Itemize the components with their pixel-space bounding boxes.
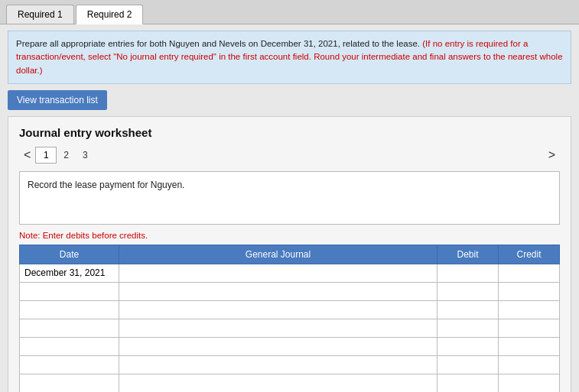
view-transaction-button[interactable]: View transaction list: [8, 90, 107, 110]
credit-cell[interactable]: [499, 282, 560, 300]
date-cell: [20, 337, 119, 355]
journal-input[interactable]: [124, 341, 432, 352]
credit-cell[interactable]: [499, 355, 560, 374]
credit-cell[interactable]: [499, 300, 560, 319]
instruction-box: Prepare all appropriate entries for both…: [8, 31, 571, 84]
credit-input[interactable]: [503, 377, 555, 388]
date-cell: December 31, 2021: [20, 264, 119, 282]
tab-required1[interactable]: Required 1: [6, 5, 74, 24]
journal-input[interactable]: [124, 377, 432, 388]
credit-input[interactable]: [503, 286, 555, 296]
nav-row: < 1 2 3 >: [19, 147, 560, 164]
date-input[interactable]: [24, 322, 114, 333]
page-2[interactable]: 2: [57, 147, 76, 163]
col-header-debit: Debit: [438, 245, 499, 264]
table-row: [20, 319, 560, 337]
debit-cell[interactable]: [438, 337, 499, 355]
col-header-date: Date: [20, 245, 119, 264]
record-description-box: Record the lease payment for Nguyen.: [19, 171, 560, 225]
journal-input[interactable]: [124, 267, 432, 278]
debit-cell[interactable]: [438, 355, 499, 374]
debit-input[interactable]: [442, 304, 493, 315]
date-cell: [20, 355, 119, 374]
col-header-journal: General Journal: [119, 245, 438, 264]
credit-input[interactable]: [503, 304, 555, 315]
journal-input[interactable]: [124, 304, 432, 315]
journal-table: Date General Journal Debit Credit Decemb…: [19, 245, 560, 392]
journal-cell[interactable]: [119, 355, 438, 374]
worksheet-title: Journal entry worksheet: [19, 126, 560, 139]
journal-cell[interactable]: [119, 264, 438, 282]
table-row: [20, 282, 560, 300]
table-row: [20, 337, 560, 355]
debit-cell[interactable]: [438, 264, 499, 282]
table-row: [20, 300, 560, 319]
debit-input[interactable]: [442, 377, 493, 388]
credit-cell[interactable]: [499, 264, 560, 282]
date-cell: [20, 300, 119, 319]
debit-input[interactable]: [442, 286, 493, 296]
worksheet-card: Journal entry worksheet < 1 2 3 > Record…: [8, 116, 571, 392]
journal-cell[interactable]: [119, 337, 438, 355]
page-container: Required 1 Required 2 Prepare all approp…: [0, 0, 579, 392]
page-3[interactable]: 3: [76, 147, 95, 163]
tabs-bar: Required 1 Required 2: [0, 0, 579, 24]
credit-input[interactable]: [503, 341, 555, 352]
page-1[interactable]: 1: [35, 147, 57, 164]
date-input[interactable]: [24, 286, 114, 296]
table-row: December 31, 2021: [20, 264, 560, 282]
debit-cell[interactable]: [438, 282, 499, 300]
credit-input[interactable]: [503, 359, 555, 370]
debit-cell[interactable]: [438, 300, 499, 319]
journal-input[interactable]: [124, 322, 432, 333]
journal-input[interactable]: [124, 286, 432, 296]
debit-input[interactable]: [442, 267, 493, 278]
journal-cell[interactable]: [119, 319, 438, 337]
debit-input[interactable]: [442, 359, 493, 370]
date-input[interactable]: [24, 341, 114, 352]
date-cell: [20, 374, 119, 392]
tab-required2[interactable]: Required 2: [76, 5, 144, 24]
table-row: [20, 355, 560, 374]
col-header-credit: Credit: [499, 245, 560, 264]
journal-cell[interactable]: [119, 282, 438, 300]
date-cell: [20, 282, 119, 300]
credit-cell[interactable]: [499, 337, 560, 355]
credit-input[interactable]: [503, 322, 555, 333]
instruction-main-text: Prepare all appropriate entries for both…: [16, 39, 420, 48]
debit-input[interactable]: [442, 341, 493, 352]
credit-cell[interactable]: [499, 319, 560, 337]
note-text: Note: Enter debits before credits.: [19, 231, 560, 240]
journal-cell[interactable]: [119, 374, 438, 392]
view-transaction-area: View transaction list: [8, 90, 571, 110]
journal-cell[interactable]: [119, 300, 438, 319]
credit-input[interactable]: [503, 267, 555, 278]
date-input[interactable]: [24, 377, 114, 388]
date-cell: [20, 319, 119, 337]
debit-cell[interactable]: [438, 319, 499, 337]
journal-input[interactable]: [124, 359, 432, 370]
prev-page-button[interactable]: <: [19, 147, 35, 164]
debit-input[interactable]: [442, 322, 493, 333]
date-input[interactable]: [24, 359, 114, 370]
credit-cell[interactable]: [499, 374, 560, 392]
record-description-text: Record the lease payment for Nguyen.: [28, 180, 184, 190]
date-input[interactable]: [24, 304, 114, 315]
next-page-button[interactable]: >: [544, 147, 560, 164]
debit-cell[interactable]: [438, 374, 499, 392]
table-row: [20, 374, 560, 392]
